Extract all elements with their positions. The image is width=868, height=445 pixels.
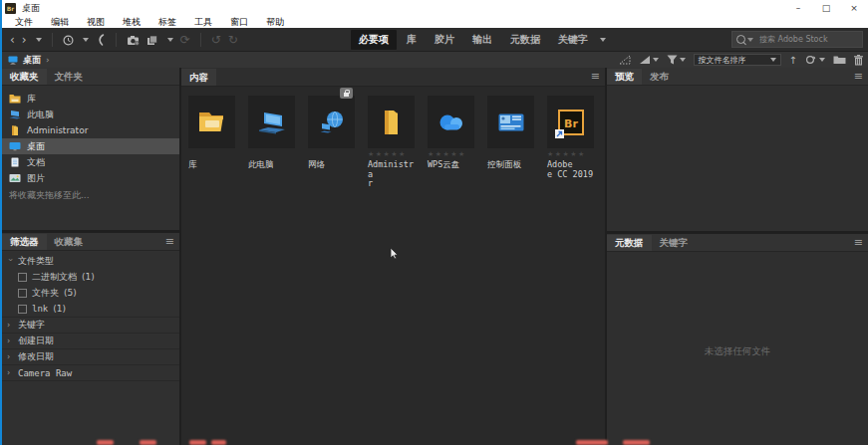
favorites-item-this-pc[interactable]: 此电脑 — [2, 107, 179, 122]
tab-collections[interactable]: 收藏集 — [47, 234, 92, 250]
content-item-wps-cloud[interactable]: ★★★★★ WPS云盘 — [428, 96, 474, 189]
favorites-item-documents[interactable]: 文档 — [2, 154, 179, 170]
tab-preview[interactable]: 预览 — [607, 69, 642, 85]
sync-icon[interactable]: ⟳ — [180, 34, 190, 46]
rating-stars[interactable]: ★★★★★ — [368, 150, 415, 159]
redo-icon[interactable]: ↻ — [228, 34, 238, 46]
tab-content[interactable]: 内容 — [181, 69, 216, 86]
favorites-item-label: 此电脑 — [27, 109, 54, 121]
rating-stars[interactable]: ★★★★★ — [547, 150, 594, 159]
content-item-network[interactable]: ★★★★★ 网络 — [308, 96, 355, 189]
filter-item-folder[interactable]: 文件夹 (5) — [2, 285, 179, 301]
filter-group-camera-raw[interactable]: › Camera Raw — [2, 365, 179, 381]
new-folder-icon[interactable] — [833, 55, 846, 65]
panel-menu-icon[interactable]: ≡ — [165, 235, 174, 248]
window-title: 桌面 — [22, 2, 40, 15]
boomerang-icon[interactable] — [96, 34, 106, 46]
menu-tools[interactable]: 工具 — [185, 16, 221, 28]
rating-stars[interactable]: ★★★★★ — [428, 150, 474, 159]
workspace-tab-output[interactable]: 输出 — [464, 30, 500, 50]
search-box[interactable] — [731, 31, 863, 48]
breadcrumb[interactable]: 桌面 › — [8, 54, 50, 67]
search-input[interactable] — [757, 34, 858, 45]
menu-label[interactable]: 标签 — [149, 16, 185, 28]
panel-menu-icon[interactable]: ≡ — [854, 70, 863, 83]
tab-publish[interactable]: 发布 — [642, 69, 677, 85]
thumbnail-quality-options-icon[interactable] — [639, 55, 659, 65]
filter-group-keywords[interactable]: › 关键字 — [2, 318, 179, 334]
sort-dropdown[interactable]: 按文件名排序 — [694, 54, 781, 66]
content-item-this-pc[interactable]: ★★★★★ 此电脑 — [248, 96, 295, 189]
workspace-tab-keywords[interactable]: 关键字 — [550, 30, 596, 50]
favorites-item-desktop[interactable]: 桌面 — [2, 138, 179, 154]
thumbnail[interactable] — [308, 96, 355, 148]
recent-clock-icon[interactable] — [63, 35, 74, 46]
filter-group-file-type[interactable]: › 文件类型 — [2, 254, 179, 269]
panel-menu-icon[interactable]: ≡ — [854, 236, 863, 249]
sort-ascending-icon[interactable]: ↑ — [789, 55, 797, 66]
menu-help[interactable]: 帮助 — [257, 16, 293, 28]
filter-group-date-created[interactable]: › 创建日期 — [2, 334, 179, 349]
recent-chevron-down-icon[interactable] — [83, 38, 89, 42]
workspace-tab-essentials[interactable]: 必要项 — [351, 30, 397, 50]
menu-stacks[interactable]: 堆栈 — [114, 16, 149, 28]
rotate-options-icon[interactable] — [805, 55, 825, 65]
laptop-icon — [257, 111, 287, 134]
filter-group-date-modified[interactable]: › 修改日期 — [2, 349, 179, 365]
control-panel-icon — [498, 113, 524, 131]
network-icon — [318, 111, 346, 134]
tab-metadata[interactable]: 元数据 — [607, 235, 652, 251]
undo-icon[interactable]: ↺ — [211, 34, 221, 46]
minimize-button[interactable]: – — [784, 0, 812, 16]
refine-stack-icon[interactable] — [146, 35, 158, 46]
favorites-item-label: 图片 — [27, 172, 45, 185]
thumbnail[interactable]: Br — [547, 96, 594, 148]
tab-folders[interactable]: 文件夹 — [47, 69, 92, 85]
content-item-control-panel[interactable]: ★★★★★ 控制面板 — [487, 96, 534, 189]
workspace-chevron-down-icon[interactable] — [600, 38, 606, 42]
close-button[interactable]: × — [840, 0, 868, 16]
breadcrumb-location[interactable]: 桌面 — [23, 54, 41, 67]
maximize-button[interactable]: □ — [812, 0, 840, 16]
panel-menu-icon[interactable]: ≡ — [591, 70, 600, 83]
content-item-administrator[interactable]: ★★★★★ Administrar — [368, 96, 415, 189]
forward-icon[interactable]: › — [22, 34, 27, 46]
workspace-tab-libraries[interactable]: 库 — [399, 30, 425, 50]
favorites-item-pictures[interactable]: 图片 — [2, 170, 179, 186]
content-item-libraries[interactable]: ★★★★★ 库 — [188, 96, 235, 189]
thumbnail[interactable] — [248, 96, 295, 148]
history-chevron-down-icon[interactable] — [36, 38, 42, 42]
checkbox-icon[interactable] — [18, 305, 27, 314]
import-camera-icon[interactable] — [127, 35, 140, 46]
refine-chevron-down-icon[interactable] — [167, 38, 173, 42]
menu-window[interactable]: 窗口 — [221, 16, 257, 28]
favorites-panel-tabs: 收藏夹 文件夹 — [2, 68, 179, 86]
tab-filter[interactable]: 筛选器 — [2, 234, 47, 250]
content-item-label: Administrar — [368, 160, 415, 189]
favorites-item-libraries[interactable]: 库 — [2, 91, 179, 107]
toolbar-separator — [52, 33, 53, 47]
favorites-item-administrator[interactable]: Administrator — [2, 122, 179, 138]
filter-item-lnk[interactable]: lnk (1) — [2, 301, 179, 318]
content-item-label: 控制面板 — [487, 160, 534, 170]
workspace-tab-filmstrip[interactable]: 胶片 — [427, 30, 462, 50]
thumbnail-quality-icon[interactable] — [619, 55, 631, 65]
filter-item-binary-doc[interactable]: 二进制文档 (1) — [2, 269, 179, 285]
back-icon[interactable]: ‹ — [10, 34, 15, 46]
checkbox-icon[interactable] — [18, 273, 27, 282]
thumbnail[interactable] — [368, 96, 415, 148]
workspace-tab-metadata[interactable]: 元数据 — [502, 30, 548, 50]
tab-keywords[interactable]: 关键字 — [652, 235, 697, 251]
thumbnail[interactable] — [428, 96, 474, 148]
menu-view[interactable]: 视图 — [78, 16, 114, 28]
filter-icon[interactable] — [667, 55, 686, 65]
menu-edit[interactable]: 编辑 — [42, 16, 78, 28]
thumbnail[interactable] — [487, 96, 534, 148]
delete-trash-icon[interactable] — [854, 55, 863, 66]
search-scope-chevron-icon[interactable] — [747, 38, 753, 42]
checkbox-icon[interactable] — [18, 289, 27, 298]
content-item-adobe-cc-2019[interactable]: Br ★★★★★ Adobee CC 2019 — [547, 96, 594, 189]
tab-favorites[interactable]: 收藏夹 — [2, 69, 47, 85]
menu-file[interactable]: 文件 — [6, 16, 42, 28]
thumbnail[interactable] — [188, 96, 235, 148]
